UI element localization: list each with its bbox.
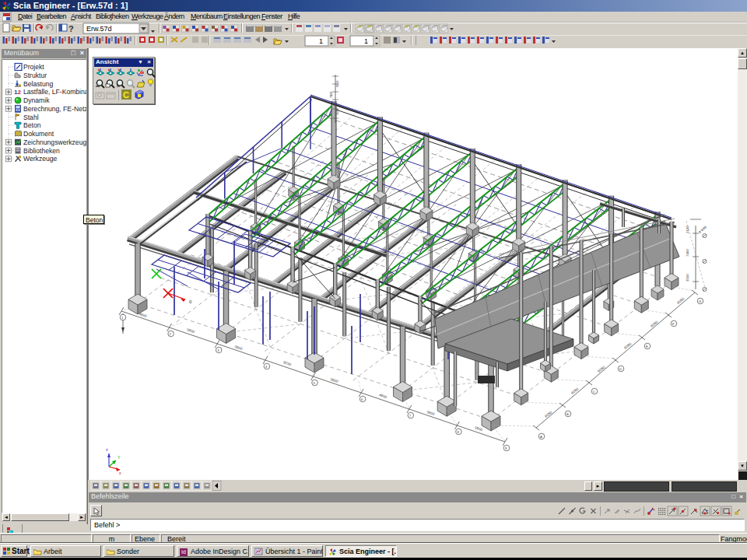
svg-text:5850: 5850: [187, 327, 196, 334]
svg-text:x: x: [119, 471, 121, 475]
svg-text:ø 649: ø 649: [698, 225, 708, 233]
svg-text:7400: 7400: [686, 249, 689, 257]
svg-text:0: 0: [189, 299, 192, 304]
svg-text:E: E: [646, 345, 648, 348]
svg-text:G: G: [699, 299, 701, 303]
svg-text:A: A: [540, 435, 542, 439]
svg-text:F: F: [672, 322, 675, 326]
svg-text:z: z: [106, 447, 108, 452]
svg-text:6050: 6050: [676, 296, 685, 305]
svg-text:3500: 3500: [686, 274, 689, 282]
svg-text:D: D: [619, 367, 622, 371]
svg-text:C: C: [593, 390, 595, 394]
svg-text:3500: 3500: [336, 109, 339, 115]
svg-text:B: B: [566, 412, 569, 416]
svg-text:4850: 4850: [379, 393, 388, 399]
svg-text:9550: 9550: [336, 81, 339, 87]
svg-text:1: 1: [319, 37, 323, 45]
svg-text:9250: 9250: [283, 360, 293, 366]
svg-text:Y: Y: [117, 455, 121, 460]
svg-text:Erw.57d: Erw.57d: [86, 25, 112, 33]
svg-text:1: 1: [364, 37, 368, 45]
svg-text:7400: 7400: [330, 92, 333, 98]
svg-text:5850: 5850: [475, 425, 484, 432]
svg-text:6050: 6050: [623, 341, 632, 350]
svg-text:6050: 6050: [570, 387, 579, 395]
